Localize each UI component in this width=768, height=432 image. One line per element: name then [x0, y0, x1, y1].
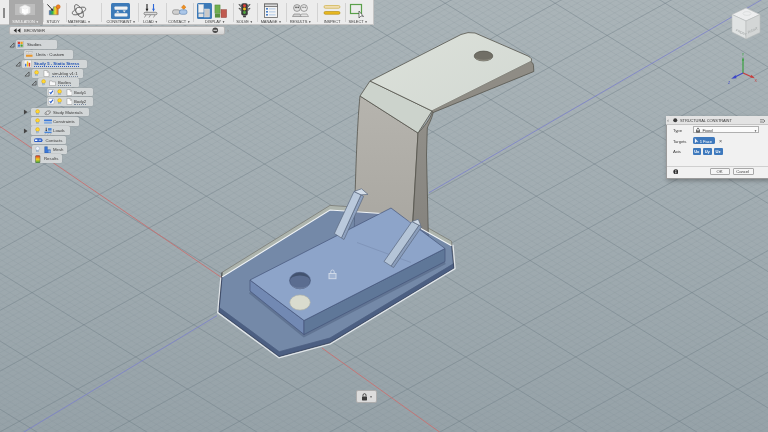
svg-text:Y: Y [742, 53, 745, 57]
svg-text:X: X [755, 79, 758, 83]
